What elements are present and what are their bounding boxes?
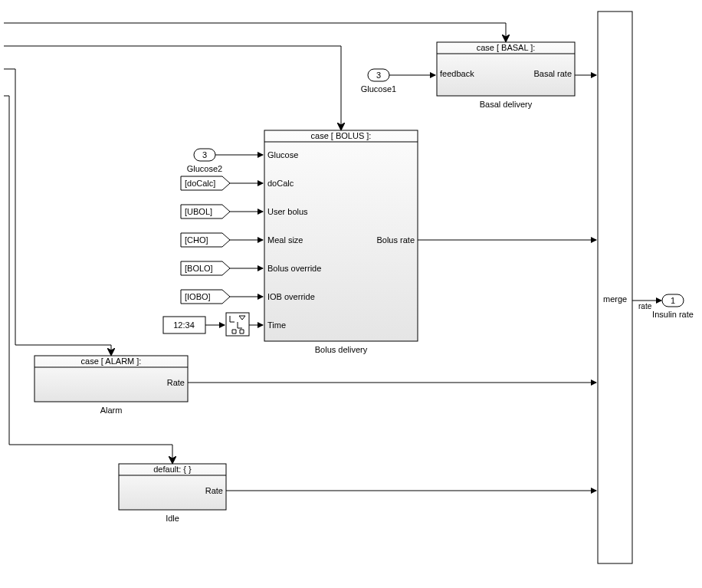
inport-glucose2-num: 3 [202, 150, 207, 159]
alarm-block[interactable]: case [ ALARM ]: Rate Alarm [34, 356, 188, 415]
basal-header: case [ BASAL ]: [477, 43, 536, 52]
bolus-port-bolusoverride: Bolus override [267, 264, 321, 273]
bolus-header: case [ BOLUS ]: [311, 131, 372, 140]
outport-name: Insulin rate [652, 310, 694, 319]
inport-glucose2[interactable]: 3 Glucose2 [187, 149, 222, 173]
bolus-name: Bolus delivery [315, 345, 368, 354]
from-doCalc[interactable]: [doCalc] [181, 176, 230, 190]
from-doCalc-text: [doCalc] [185, 179, 215, 188]
alarm-port-out: Rate [167, 378, 185, 387]
from-bolo[interactable]: [BOLO] [181, 261, 230, 275]
idle-name: Idle [166, 514, 179, 523]
from-ubol[interactable]: [UBOL] [181, 205, 230, 218]
action-signal-bolus [4, 46, 341, 129]
alarm-header: case [ ALARM ]: [81, 356, 142, 366]
action-signal-alarm [4, 69, 111, 354]
action-signal-basal [4, 23, 506, 41]
svg-rect-0 [598, 11, 632, 563]
basal-name: Basal delivery [480, 100, 533, 109]
bolus-port-ioboverride: IOB override [267, 292, 315, 301]
from-iobo[interactable]: [IOBO] [181, 290, 230, 304]
bolus-port-docalc: doCalc [267, 179, 294, 188]
basal-port-in: feedback [440, 69, 474, 78]
idle-header: default: { } [153, 465, 192, 474]
from-cho[interactable]: [CHO] [181, 233, 230, 247]
outport-insulin-rate[interactable]: 1 Insulin rate [652, 294, 694, 319]
from-bolo-text: [BOLO] [185, 264, 213, 273]
simulink-diagram: merge rate 1 Insulin rate case [ BASAL ]… [0, 0, 702, 588]
basal-delivery-block[interactable]: case [ BASAL ]: feedback Basal rate Basa… [437, 42, 575, 109]
alarm-name: Alarm [100, 406, 123, 415]
bolus-port-mealsize: Meal size [267, 235, 303, 245]
bolus-port-out: Bolus rate [376, 235, 415, 245]
bolus-port-glucose: Glucose [267, 150, 298, 159]
from-iobo-text: [IOBO] [185, 292, 211, 301]
bolus-delivery-block[interactable]: case [ BOLUS ]: Glucose doCalc User bolu… [264, 130, 418, 354]
merge-out-label: rate [638, 302, 652, 310]
merge-label: merge [603, 294, 627, 304]
inport-glucose2-name: Glucose2 [187, 164, 222, 173]
inport-glucose1[interactable]: 3 Glucose1 [361, 69, 396, 94]
from-cho-text: [CHO] [185, 235, 208, 245]
idle-block[interactable]: default: { } Rate Idle [119, 464, 226, 523]
from-ubol-text: [UBOL] [185, 207, 212, 216]
inport-glucose1-num: 3 [376, 71, 381, 80]
idle-port-out: Rate [205, 486, 223, 495]
bolus-port-userbolus: User bolus [267, 207, 308, 216]
inport-glucose1-name: Glucose1 [361, 84, 396, 94]
bolus-port-time: Time [267, 320, 286, 330]
outport-number: 1 [671, 296, 675, 305]
rate-transition-block[interactable] [226, 313, 249, 336]
basal-port-out: Basal rate [533, 69, 572, 78]
constant-clock[interactable]: 12:34 [163, 317, 205, 333]
constant-clock-text: 12:34 [173, 320, 195, 330]
action-signal-idle [4, 96, 172, 462]
merge-block[interactable]: merge [598, 11, 632, 563]
